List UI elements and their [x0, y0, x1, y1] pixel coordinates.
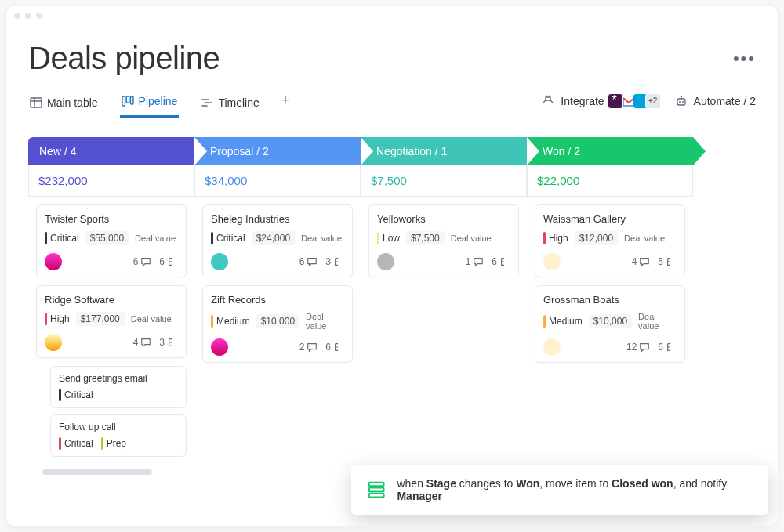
chat-icon [307, 342, 318, 353]
tab-main-table[interactable]: Main table [28, 92, 100, 117]
timeline-icon [201, 96, 213, 109]
deal-name: Zift Records [211, 294, 344, 306]
deal-card[interactable]: Sheleg Industries Critical $24,000 Deal … [202, 204, 353, 277]
deal-value-label: Deal value [301, 233, 342, 243]
deal-value: $55,000 [85, 231, 129, 245]
view-tabs: Main table Pipeline Timeline + Integrate [28, 90, 756, 118]
priority-bar [59, 389, 61, 401]
deal-card[interactable]: Twister Sports Critical $55,000 Deal val… [36, 204, 187, 277]
deal-value-label: Deal value [131, 314, 172, 324]
priority-bar [45, 232, 47, 244]
deal-name: Sheleg Industries [211, 213, 344, 225]
kanban-icon [122, 95, 134, 107]
owner-avatar[interactable] [543, 338, 561, 356]
svg-rect-5 [130, 96, 133, 104]
priority-badge: Critical [45, 232, 79, 244]
deal-name: Ridge Software [45, 294, 178, 306]
deal-name: Yelloworks [377, 213, 510, 225]
stage-column-new: New / 4 $232,000 Twister Sports Critical… [28, 137, 194, 483]
priority-badge: High [543, 232, 568, 244]
subitem-title: Follow up call [59, 422, 178, 432]
chat-icon [140, 256, 151, 267]
subitem-title: Send greetings email [59, 373, 178, 384]
stage-label: New / 4 [39, 145, 76, 157]
priority-badge: Medium [211, 315, 250, 328]
owner-avatar[interactable] [45, 253, 62, 270]
priority-bar [543, 315, 546, 328]
subitems-icon [666, 342, 677, 353]
subitem-card[interactable]: Follow up call Critical Prep [50, 414, 187, 457]
deal-value-label: Deal value [306, 312, 344, 331]
svg-rect-3 [122, 96, 125, 106]
status-bar [101, 437, 103, 450]
subitem-card[interactable]: Send greetings email Critical [50, 366, 187, 408]
owner-avatar[interactable] [377, 253, 394, 270]
pipeline-board: New / 4 $232,000 Twister Sports Critical… [28, 137, 756, 483]
owner-avatar[interactable] [543, 253, 561, 270]
deal-value: $7,500 [406, 231, 445, 245]
priority-badge: High [45, 313, 70, 325]
chat-icon [639, 342, 650, 353]
owner-avatar[interactable] [45, 334, 62, 351]
priority-bar [211, 232, 213, 244]
deal-name: Waissman Gallery [543, 213, 677, 225]
stage-sum: $232,000 [28, 165, 194, 197]
stage-label: Proposal / 2 [205, 145, 269, 157]
deal-value-label: Deal value [624, 233, 665, 243]
tab-pipeline[interactable]: Pipeline [120, 90, 180, 118]
deal-value-label: Deal value [451, 233, 492, 243]
window-dot [14, 13, 20, 19]
stage-header-won[interactable]: Won / 2 [527, 137, 693, 165]
deal-card[interactable]: Waissman Gallery High $12,000 Deal value… [535, 204, 685, 277]
stage-column-won: Won / 2 $22,000 Waissman Gallery High $1… [527, 137, 693, 483]
window-dot [36, 13, 42, 19]
integration-icons: +2 [611, 93, 661, 109]
chat-icon [473, 256, 484, 267]
deal-card[interactable]: Zift Records Medium $10,000 Deal value 2… [202, 285, 353, 363]
owner-avatar[interactable] [211, 338, 228, 356]
subitems-icon [499, 256, 510, 267]
subitems-icon [167, 256, 178, 267]
svg-rect-9 [677, 99, 685, 105]
subitems-icon [167, 337, 178, 348]
stage-header-proposal[interactable]: Proposal / 2 [194, 137, 361, 165]
deal-value: $12,000 [575, 231, 618, 245]
svg-rect-16 [369, 494, 384, 498]
tab-label: Pipeline [139, 95, 178, 107]
priority-bar [377, 232, 379, 244]
horizontal-scrollbar[interactable] [42, 469, 152, 475]
automate-button[interactable]: Automate / 2 [675, 95, 756, 107]
add-view-button[interactable]: + [281, 92, 290, 115]
svg-rect-4 [126, 96, 129, 103]
integrate-label: Integrate [561, 95, 604, 107]
deal-value: $177,000 [76, 312, 125, 326]
stage-column-negotiation: Negotiation / 1 $7,500 Yelloworks Low $7… [361, 137, 527, 483]
stage-header-new[interactable]: New / 4 [28, 137, 194, 165]
integrate-button[interactable]: Integrate +2 [542, 93, 660, 109]
owner-avatar[interactable] [211, 253, 228, 270]
more-menu-button[interactable]: ••• [733, 49, 756, 69]
deal-value: $10,000 [256, 314, 299, 328]
automation-recipe-icon [367, 480, 386, 500]
robot-icon [675, 95, 688, 107]
stage-header-negotiation[interactable]: Negotiation / 1 [361, 137, 527, 165]
status-badge: Prep [101, 437, 126, 450]
tab-timeline[interactable]: Timeline [199, 92, 260, 117]
stage-sum: $7,500 [361, 165, 527, 197]
deal-card[interactable]: Yelloworks Low $7,500 Deal value 1 6 [368, 204, 519, 277]
priority-bar [45, 313, 47, 325]
automate-label: Automate / 2 [694, 95, 756, 107]
priority-badge: Critical [59, 437, 93, 450]
integration-more-count: +2 [645, 93, 661, 109]
stage-sum: $22,000 [527, 165, 693, 197]
deal-card[interactable]: Ridge Software High $177,000 Deal value … [36, 285, 187, 358]
chat-icon [140, 337, 151, 348]
priority-bar [543, 232, 546, 244]
plug-icon [542, 95, 554, 107]
deal-card[interactable]: Grossman Boats Medium $10,000 Deal value… [535, 285, 685, 363]
table-icon [30, 96, 42, 109]
window-dot [25, 13, 31, 19]
app-window: Deals pipeline ••• Main table Pipeline T… [6, 6, 778, 526]
automation-recipe-toast[interactable]: when Stage changes to Won, move item to … [351, 465, 768, 515]
priority-bar [211, 315, 213, 328]
